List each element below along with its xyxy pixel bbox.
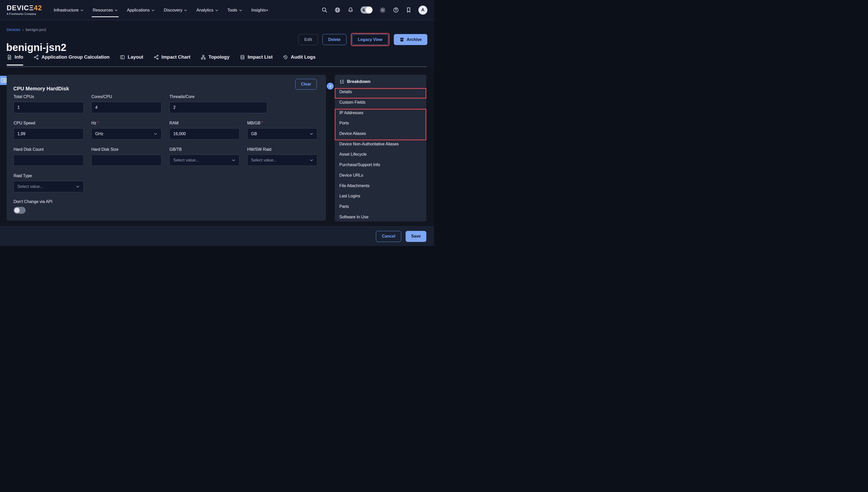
device-action-buttons: Edit Delete Legacy View Archive xyxy=(298,33,427,46)
theme-toggle[interactable] xyxy=(361,6,373,14)
chevron-down-icon xyxy=(309,158,313,162)
dont-change-via-api-label: Don't Change via API xyxy=(14,199,52,204)
hw-sw-raid-label: HW/SW Raid xyxy=(247,147,317,152)
archive-icon xyxy=(400,37,404,42)
logo-42: 42 xyxy=(34,4,42,12)
chevron-down-icon xyxy=(309,132,313,136)
sidebar-item-asset-lifecycle[interactable]: Asset Lifecycle xyxy=(335,149,426,160)
section-title: CPU Memory HardDisk xyxy=(13,86,69,92)
form-footer: Cancel Save xyxy=(0,226,434,246)
total-cpus-label: Total CPUs xyxy=(14,95,84,99)
nav-item-insights[interactable]: Insights+ xyxy=(251,6,269,14)
breadcrumb-devices-link[interactable]: Devices xyxy=(7,27,20,32)
gb-tb-label: GB/TB xyxy=(170,147,239,152)
sidebar-item-device-aliases[interactable]: Device Aliases xyxy=(335,128,426,139)
dont-change-via-api-toggle[interactable] xyxy=(14,207,26,214)
sidebar-item-software-in-use[interactable]: Software In Use xyxy=(335,212,426,221)
settings-gear-icon[interactable] xyxy=(380,7,386,13)
delete-button[interactable]: Delete xyxy=(323,34,347,45)
user-avatar[interactable]: A xyxy=(418,6,427,15)
hw-sw-raid-select[interactable]: Select value... xyxy=(247,155,317,166)
cpu-memory-harddisk-card: CPU Memory HardDisk Clear Total CPUs Cor… xyxy=(7,75,326,221)
cores-cpu-label: Cores/CPU xyxy=(91,95,161,99)
breadcrumb-current: benigni-jsn2 xyxy=(26,27,46,32)
hard-disk-size-input[interactable] xyxy=(91,155,161,166)
hard-disk-count-input[interactable] xyxy=(14,155,84,166)
hz-select[interactable]: GHz xyxy=(91,128,161,140)
nav-item-discovery[interactable]: Discovery xyxy=(164,6,187,14)
gb-tb-select[interactable]: Select value... xyxy=(170,155,239,166)
chevron-down-icon xyxy=(76,184,80,189)
legacy-view-button[interactable]: Legacy View xyxy=(352,34,388,45)
file-info-icon xyxy=(7,54,12,60)
required-marker: * xyxy=(261,120,263,125)
sidebar-item-ip-addresses[interactable]: IP Addresses xyxy=(335,107,426,118)
sidebar-expand-button[interactable] xyxy=(327,83,334,90)
tab-impact-list[interactable]: Impact List xyxy=(240,54,273,65)
help-icon[interactable] xyxy=(393,7,399,13)
sidebar-item-ports[interactable]: Ports xyxy=(335,118,426,128)
sitemap-icon xyxy=(201,54,206,60)
threads-core-label: Threads/Core xyxy=(170,95,267,99)
avatar-initial: A xyxy=(421,7,424,13)
logo-tagline: A Freshworks Company xyxy=(7,13,42,15)
sidebar-item-file-attachments[interactable]: File Attachments xyxy=(335,180,426,191)
sidebar-item-last-logins[interactable]: Last Logins xyxy=(335,191,426,201)
save-button[interactable]: Save xyxy=(406,231,426,242)
toggle-knob xyxy=(366,7,372,13)
nav-item-tools[interactable]: Tools xyxy=(228,6,242,14)
sidebar-item-purchase-support-info[interactable]: Purchase/Support Info xyxy=(335,160,426,170)
content-area: CPU Memory HardDisk Clear Total CPUs Cor… xyxy=(0,67,434,226)
cancel-button[interactable]: Cancel xyxy=(376,231,401,242)
sidebar-item-details[interactable]: Details xyxy=(335,87,426,97)
nav-item-applications[interactable]: Applications xyxy=(127,6,155,14)
hard-disk-size-label: Hard Disk Size xyxy=(91,147,161,152)
sidebar-item-device-urls[interactable]: Device URLs xyxy=(335,170,426,181)
hard-disk-count-label: Hard Disk Count xyxy=(14,147,84,152)
chevron-down-icon xyxy=(152,9,155,11)
nav-utility-icons: A xyxy=(322,6,427,15)
sidebar-item-parts[interactable]: Parts xyxy=(335,201,426,212)
hz-label: Hz xyxy=(91,121,97,125)
mb-gb-label: MB/GB xyxy=(247,121,260,125)
chevron-down-icon xyxy=(232,158,236,162)
edit-button[interactable]: Edit xyxy=(298,34,318,45)
list-rows-icon xyxy=(240,54,245,60)
page-title: benigni-jsn2 xyxy=(6,42,67,53)
tab-impact-chart[interactable]: Impact Chart xyxy=(154,54,190,65)
tab-application-group-calculation[interactable]: Application Group Calculation xyxy=(33,54,109,65)
ram-input[interactable] xyxy=(170,128,239,140)
nav-item-infrastructure[interactable]: Infrastructure xyxy=(54,6,83,14)
raid-type-label: Raid Type xyxy=(14,174,84,178)
logo-e-glyph: Ξ xyxy=(29,4,34,12)
tab-topology[interactable]: Topology xyxy=(201,54,230,65)
cores-cpu-input[interactable] xyxy=(91,102,161,113)
tab-layout[interactable]: Layout xyxy=(120,54,143,65)
main-menu: Infrastructure Resources Applications Di… xyxy=(54,6,269,14)
search-icon[interactable] xyxy=(322,7,328,13)
annotation-highlight-legacy-view: Legacy View xyxy=(351,33,390,46)
archive-button[interactable]: Archive xyxy=(394,34,427,45)
share-nodes-icon xyxy=(154,54,159,60)
sidebar-item-device-non-authoritative-aliases[interactable]: Device Non-Authoritative Aliases xyxy=(335,139,426,149)
layout-columns-icon xyxy=(120,54,125,60)
notifications-bell-icon[interactable] xyxy=(348,7,354,13)
device42-logo[interactable]: DEVICΞ42 A Freshworks Company xyxy=(7,5,42,15)
tab-info[interactable]: Info xyxy=(7,54,23,65)
nav-item-resources[interactable]: Resources xyxy=(93,6,118,14)
mb-gb-select[interactable]: GB xyxy=(247,128,317,140)
threads-core-input[interactable] xyxy=(170,102,267,113)
raid-type-select[interactable]: Select value... xyxy=(14,181,84,192)
history-icon xyxy=(283,54,288,60)
sidebar-item-custom-fields[interactable]: Custom Fields xyxy=(335,97,426,108)
cpu-speed-input[interactable] xyxy=(14,128,84,140)
globe-icon[interactable] xyxy=(334,7,340,13)
bookmark-icon[interactable] xyxy=(406,7,411,13)
device42-app-window: DEVICΞ42 A Freshworks Company Infrastruc… xyxy=(0,0,434,246)
nav-item-analytics[interactable]: Analytics xyxy=(196,6,218,14)
moon-icon xyxy=(362,8,366,12)
tab-audit-logs[interactable]: Audit Logs xyxy=(283,54,315,65)
clear-button[interactable]: Clear xyxy=(295,79,317,90)
breakdown-header: Breakdown xyxy=(335,75,426,87)
total-cpus-input[interactable] xyxy=(14,102,84,113)
